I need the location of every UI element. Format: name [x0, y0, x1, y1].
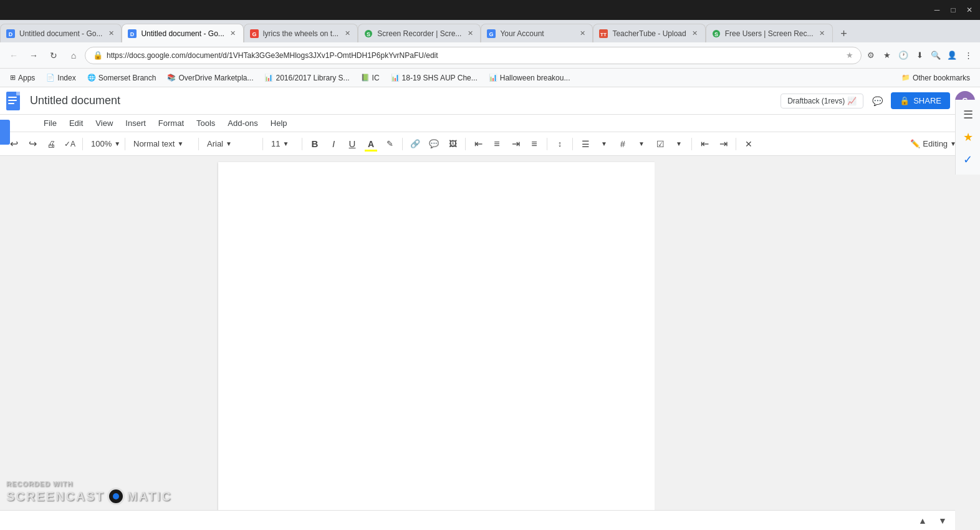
minimize-button[interactable]: ─	[930, 3, 944, 17]
svg-text:G: G	[489, 31, 494, 37]
refresh-button[interactable]: ↻	[45, 47, 62, 64]
page-up-button[interactable]: ▲	[915, 513, 930, 528]
menu-edit[interactable]: Edit	[63, 116, 89, 130]
tab-close-button[interactable]: ✕	[817, 29, 827, 39]
editing-mode-dropdown[interactable]: ✏️ Editing ▼	[905, 137, 961, 151]
close-button[interactable]: ✕	[963, 3, 976, 17]
print-button[interactable]: 🖨	[42, 135, 60, 153]
separator	[302, 138, 302, 150]
separator	[547, 138, 547, 150]
bullet-list-dropdown[interactable]: ▼	[595, 135, 613, 153]
align-right-button[interactable]: ⇥	[507, 135, 524, 153]
side-panel-icon-3[interactable]: ✓	[958, 150, 978, 170]
history-icon[interactable]: 🕐	[896, 49, 910, 62]
svg-text:S: S	[367, 31, 370, 37]
menu-tools[interactable]: Tools	[190, 116, 221, 130]
tab-your-account[interactable]: G Your Account ✕	[481, 24, 593, 42]
bookmark-somerset[interactable]: 🌐 Somerset Branch	[82, 72, 161, 84]
page-down-button[interactable]: ▼	[935, 513, 950, 528]
bookmark-2016library[interactable]: 📊 2016/2017 Library S...	[259, 72, 354, 84]
underline-button[interactable]: U	[343, 135, 361, 153]
menu-icon[interactable]: ⋮	[961, 49, 975, 62]
tab-close-button[interactable]: ✕	[577, 29, 587, 39]
bookmark-aup[interactable]: 📊 18-19 SHS AUP Che...	[386, 72, 483, 84]
checklist-dropdown[interactable]: ▼	[670, 135, 688, 153]
indent-less-button[interactable]: ⇤	[696, 135, 713, 153]
font-dropdown[interactable]: Arial ▼	[203, 135, 259, 153]
share-button[interactable]: 🔒 SHARE	[891, 92, 950, 109]
search-icon[interactable]: 🔍	[929, 49, 943, 62]
bookmark-apps[interactable]: ⊞ Apps	[5, 72, 40, 84]
menu-view[interactable]: View	[89, 116, 119, 130]
chevron-down-icon: ▼	[114, 140, 120, 147]
bookmark-label: IC	[372, 74, 380, 82]
tab-free-users[interactable]: S Free Users | Screen Rec... ✕	[706, 24, 833, 42]
line-spacing-button[interactable]: ↕	[551, 135, 569, 153]
recorded-with-text: RECORDED WITH	[6, 480, 172, 488]
tab-close-button[interactable]: ✕	[342, 29, 352, 39]
bold-button[interactable]: B	[306, 135, 324, 153]
back-button[interactable]: ←	[5, 47, 22, 64]
tab-close-button[interactable]: ✕	[106, 29, 116, 39]
maximize-button[interactable]: □	[946, 3, 960, 17]
forward-button[interactable]: →	[25, 47, 42, 64]
spellcheck-button[interactable]: ✓A	[61, 135, 79, 153]
justify-button[interactable]: ≡	[526, 135, 543, 153]
tab-lyrics[interactable]: G lyrics the wheels on t... ✕	[244, 24, 358, 42]
indent-more-button[interactable]: ⇥	[714, 135, 732, 153]
checklist-button[interactable]: ☑	[651, 135, 669, 153]
text-color-button[interactable]: A	[362, 135, 380, 153]
menu-help[interactable]: Help	[264, 116, 294, 130]
menu-addons[interactable]: Add-ons	[221, 116, 264, 130]
image-button[interactable]: 🖼	[444, 135, 461, 153]
numbered-list-dropdown[interactable]: ▼	[633, 135, 650, 153]
bookmark-icon[interactable]: ★	[880, 49, 894, 62]
zoom-dropdown[interactable]: 100% ▼	[87, 135, 121, 153]
style-dropdown[interactable]: Normal text ▼	[129, 135, 195, 153]
numbered-list-button[interactable]: #	[614, 135, 632, 153]
font-size-dropdown[interactable]: 11 ▼	[267, 135, 298, 153]
menu-file[interactable]: File	[37, 116, 63, 130]
tab-close-button[interactable]: ✕	[465, 29, 475, 39]
new-tab-button[interactable]: +	[835, 25, 853, 42]
link-button[interactable]: 🔗	[406, 135, 424, 153]
clear-format-button[interactable]: ✕	[740, 135, 757, 153]
menu-format[interactable]: Format	[152, 116, 190, 130]
apps-icon: ⊞	[10, 74, 16, 82]
menu-insert[interactable]: Insert	[119, 116, 152, 130]
chevron-down-icon: ▼	[282, 140, 289, 147]
align-center-button[interactable]: ≡	[488, 135, 506, 153]
profile-icon[interactable]: 👤	[945, 49, 959, 62]
highlight-button[interactable]: ✎	[381, 135, 398, 153]
tab-close-button[interactable]: ✕	[228, 29, 238, 39]
align-left-button[interactable]: ⇤	[469, 135, 487, 153]
comment-button[interactable]: 💬	[868, 92, 886, 110]
bookmark-ic[interactable]: 📗 IC	[356, 72, 385, 84]
bookmark-favicon: 📄	[46, 74, 55, 82]
bookmark-overdrive[interactable]: 📚 OverDrive Marketpla...	[162, 72, 258, 84]
bookmark-halloween[interactable]: 📊 Halloween breakou...	[484, 72, 575, 84]
download-icon[interactable]: ⬇	[913, 49, 926, 62]
extensions-icon[interactable]: ⚙	[864, 49, 878, 62]
home-button[interactable]: ⌂	[65, 47, 82, 64]
tab-untitled-1[interactable]: D Untitled document - Go... ✕	[0, 24, 122, 42]
redo-button[interactable]: ↪	[24, 135, 41, 153]
side-panel-icon-1[interactable]: ☰	[958, 105, 978, 125]
draftback-button[interactable]: Draftback (1revs) 📈	[781, 94, 863, 108]
tab-untitled-2[interactable]: D Untitled document - Go... ✕	[122, 24, 243, 42]
chevron-down-icon: ▼	[226, 140, 232, 147]
bookmark-index[interactable]: 📄 Index	[41, 72, 80, 84]
bullet-list-button[interactable]: ☰	[577, 135, 594, 153]
url-bar[interactable]: 🔒 https://docs.google.com/document/d/1VH…	[85, 47, 862, 64]
italic-button[interactable]: I	[325, 135, 342, 153]
document-title[interactable]: Untitled document	[30, 94, 120, 107]
tab-close-button[interactable]: ✕	[690, 29, 700, 39]
bookmark-other[interactable]: 📁 Other bookmarks	[896, 72, 975, 84]
side-panel-icon-2[interactable]: ★	[958, 127, 978, 147]
comment-toolbar-button[interactable]: 💬	[425, 135, 443, 153]
svg-text:G: G	[252, 31, 256, 37]
tab-screen-recorder[interactable]: S Screen Recorder | Scre... ✕	[358, 24, 481, 42]
document-page[interactable]	[218, 162, 655, 530]
tab-teachertube[interactable]: TT TeacherTube - Upload ✕	[593, 24, 705, 42]
separator	[691, 138, 692, 150]
